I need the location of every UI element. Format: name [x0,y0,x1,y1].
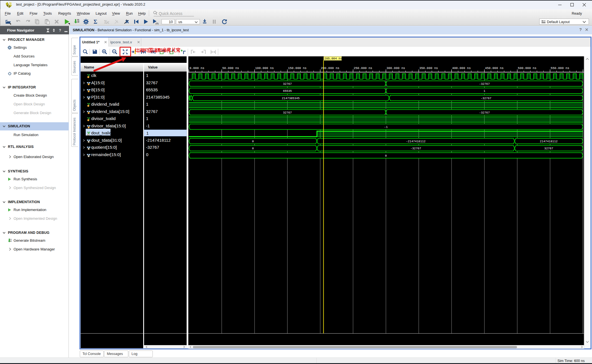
svg-text:-32767: -32767 [479,111,490,114]
svg-text:450.000 ns: 450.000 ns [485,66,503,70]
svg-text:100.000 ns: 100.000 ns [255,66,274,70]
svg-text:?: ? [59,28,61,32]
svg-text:01: 01 [77,19,79,21]
svg-text:0.000 ns: 0.000 ns [189,66,204,70]
svg-text:10: 10 [77,21,79,23]
svg-text:250.000 ns: 250.000 ns [354,66,372,70]
svg-text:50.000 ns: 50.000 ns [222,66,239,70]
svg-text:32767: 32767 [283,82,292,85]
svg-text:550.000 ns: 550.000 ns [551,66,569,70]
svg-text:0: 0 [385,154,387,157]
svg-text:350.000 ns: 350.000 ns [419,66,438,70]
svg-text:300.000 ns: 300.000 ns [386,66,405,70]
svg-text:65535: 65535 [283,89,292,93]
svg-text:0: 0 [252,139,254,143]
svg-text:2147385345: 2147385345 [282,96,300,100]
svg-text:205.004 ns: 205.004 ns [324,57,342,60]
svg-text:2147418112: 2147418112 [540,139,558,143]
svg-text:0: 0 [252,147,254,150]
svg-text:500.000 ns: 500.000 ns [518,66,536,70]
svg-text:32767: 32767 [283,111,292,114]
svg-text:32767: 32767 [544,147,553,150]
svg-text:(T): (T) [156,22,159,25]
svg-text:-2147418112: -2147418112 [406,139,425,143]
svg-text:-32767: -32767 [481,96,491,100]
svg-text:1: 1 [483,89,485,93]
svg-text:400.000 ns: 400.000 ns [452,66,471,70]
svg-text:10: 10 [10,240,12,242]
svg-text:-32767: -32767 [479,82,490,85]
svg-text:-32767: -32767 [410,147,421,150]
svg-text:150.000 ns: 150.000 ns [288,66,306,70]
svg-text:-1: -1 [384,125,388,128]
